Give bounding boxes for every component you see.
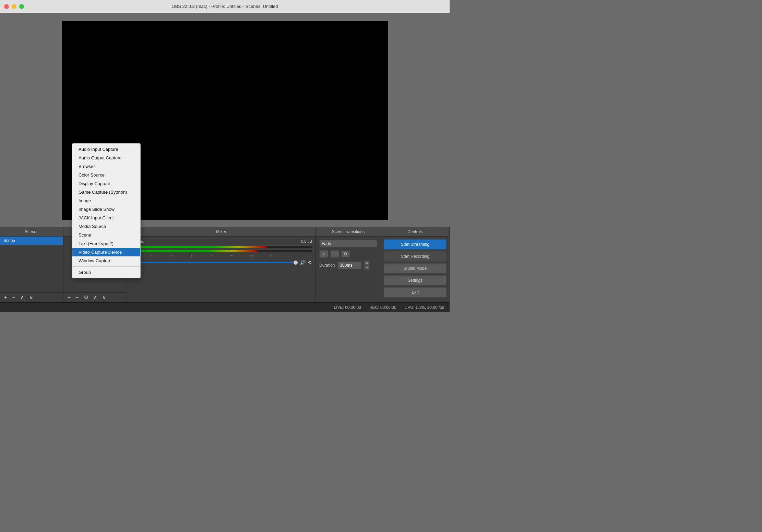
scenes-panel: Scenes Scene + − ∧ ∨ — [0, 227, 63, 302]
scale-mark: -40 — [190, 254, 194, 257]
sources-toolbar: + − ⚙ ∧ ∨ — [63, 292, 127, 302]
ctx-video-capture[interactable]: Video Capture Device — [72, 248, 140, 256]
scale-mark: -10 — [308, 254, 312, 257]
volume-slider-thumb[interactable] — [294, 261, 298, 265]
scenes-up-button[interactable]: ∧ — [19, 294, 26, 301]
mixer-panel: Mixer Mic/Aux 0.0 dB — [127, 227, 316, 302]
controls-panel: Controls Start Streaming Start Recording… — [381, 227, 450, 302]
live-status: LIVE: 00:00:00 — [334, 305, 361, 310]
vol-scale: -55 -50 -45 -40 -35 -30 -25 -20 -15 -10 — [130, 254, 312, 257]
duration-label: Duration — [319, 263, 335, 268]
sources-add-button[interactable]: + — [66, 294, 72, 301]
context-menu: Audio Input Capture Audio Output Capture… — [72, 143, 141, 278]
ctx-window-capture[interactable]: Window Capture — [72, 256, 140, 265]
start-recording-button[interactable]: Start Recording — [384, 251, 447, 262]
ctx-audio-input[interactable]: Audio Input Capture — [72, 145, 140, 154]
scale-mark: -50 — [150, 254, 154, 257]
mixer-settings-button[interactable]: ⚙ — [308, 260, 312, 265]
maximize-button[interactable] — [19, 4, 24, 9]
scale-mark: -25 — [249, 254, 253, 257]
transitions-header: Scene Transitions — [316, 227, 381, 237]
window-controls — [4, 4, 24, 9]
ctx-browser[interactable]: Browser — [72, 162, 140, 171]
duration-spinner: ▲ ▼ — [364, 261, 370, 270]
transition-remove-button[interactable]: − — [330, 250, 339, 258]
rec-status: REC: 00:00:00 — [369, 305, 396, 310]
transition-gear-button[interactable]: ⚙ — [341, 251, 350, 257]
start-streaming-button[interactable]: Start Streaming — [384, 239, 447, 250]
controls-header: Controls — [381, 227, 449, 237]
scale-mark: -20 — [269, 254, 273, 257]
titlebar: OBS 22.0.3 (mac) - Profile: Untitled - S… — [0, 0, 450, 13]
ctx-text-freetype[interactable]: Text (FreeType 2) — [72, 239, 140, 248]
duration-up-button[interactable]: ▲ — [364, 261, 370, 265]
transitions-panel: Scene Transitions Fade Cut Swipe + − ⚙ D… — [316, 227, 381, 302]
settings-button[interactable]: Settings — [384, 275, 447, 286]
duration-row: Duration ▲ ▼ — [319, 261, 377, 270]
cpu-status: CPU: 1.1%, 30.00 fps — [405, 305, 444, 310]
scenes-list: Scene — [0, 237, 63, 292]
scenes-toolbar: + − ∧ ∨ — [0, 292, 63, 302]
sources-gear-button[interactable]: ⚙ — [82, 294, 90, 301]
duration-input[interactable] — [337, 262, 361, 269]
preview-area: Audio Input Capture Audio Output Capture… — [0, 13, 450, 227]
statusbar: LIVE: 00:00:00 REC: 00:00:00 CPU: 1.1%, … — [0, 302, 450, 312]
mixer-content: Mic/Aux 0.0 dB -55 -50 -45 — [127, 237, 315, 302]
window-title: OBS 22.0.3 (mac) - Profile: Untitled - S… — [172, 4, 278, 9]
vol-meter-bottom — [130, 250, 312, 252]
scene-item[interactable]: Scene — [0, 237, 63, 245]
ctx-display-capture[interactable]: Display Capture — [72, 179, 140, 188]
scale-mark: -45 — [170, 254, 174, 257]
vol-meter-fill-top — [131, 246, 266, 248]
minimize-button[interactable] — [12, 4, 16, 9]
transitions-content: Fade Cut Swipe + − ⚙ Duration ▲ ▼ — [316, 237, 381, 302]
scale-mark: -35 — [209, 254, 213, 257]
mixer-track: Mic/Aux 0.0 dB -55 -50 -45 — [130, 239, 312, 265]
controls-content: Start Streaming Start Recording Studio M… — [381, 237, 449, 302]
scenes-down-button[interactable]: ∨ — [28, 294, 35, 301]
ctx-game-capture[interactable]: Game Capture (Syphon) — [72, 188, 140, 196]
transition-actions: + − ⚙ — [319, 250, 377, 258]
ctx-divider — [72, 266, 140, 267]
ctx-group[interactable]: Group — [72, 268, 140, 277]
vol-meter-top — [130, 245, 312, 248]
transition-select[interactable]: Fade Cut Swipe — [319, 240, 377, 247]
scale-mark: -15 — [288, 254, 293, 257]
mixer-header: Mixer — [127, 227, 315, 237]
mute-button[interactable]: 🔊 — [300, 260, 306, 265]
scenes-remove-button[interactable]: − — [11, 294, 16, 301]
close-button[interactable] — [4, 4, 9, 9]
sources-up-button[interactable]: ∧ — [92, 294, 99, 301]
sources-down-button[interactable]: ∨ — [101, 294, 108, 301]
duration-down-button[interactable]: ▼ — [364, 265, 370, 270]
vol-meter-fill-bottom — [131, 250, 258, 252]
ctx-media-source[interactable]: Media Source — [72, 222, 140, 231]
mixer-db-value: 0.0 dB — [295, 239, 312, 243]
scale-mark: -30 — [229, 254, 233, 257]
ctx-scene[interactable]: Scene — [72, 231, 140, 239]
ctx-audio-output[interactable]: Audio Output Capture — [72, 154, 140, 162]
ctx-image-slide-show[interactable]: Image Slide Show — [72, 205, 140, 214]
ctx-color-source[interactable]: Color Source — [72, 171, 140, 179]
sources-remove-button[interactable]: − — [74, 294, 80, 301]
ctx-jack-input[interactable]: JACK Input Client — [72, 214, 140, 222]
bottom-panels: Scenes Scene + − ∧ ∨ Sources + − ⚙ ∧ ∨ — [0, 227, 450, 302]
exit-button[interactable]: Exit — [384, 287, 447, 298]
ctx-image[interactable]: Image — [72, 196, 140, 205]
studio-mode-button[interactable]: Studio Mode — [384, 263, 447, 274]
scenes-header: Scenes — [0, 227, 63, 237]
scenes-add-button[interactable]: + — [3, 294, 9, 301]
transition-add-button[interactable]: + — [319, 250, 328, 258]
transition-select-row: Fade Cut Swipe — [319, 240, 377, 247]
